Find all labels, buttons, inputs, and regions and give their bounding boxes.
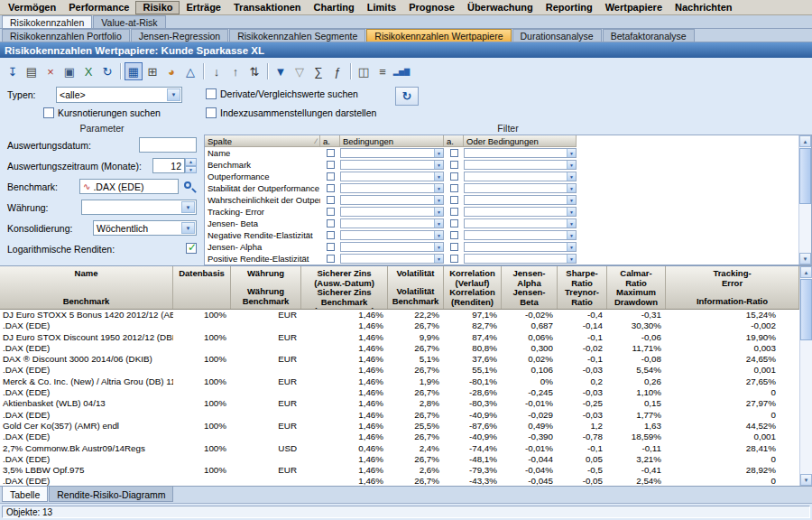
filter-and-checkbox[interactable] [327, 196, 335, 204]
column-header-sicherer-zins[interactable]: Sicherer Zins(Ausw.-Datum)Sicherer Zins … [301, 266, 388, 309]
filter-condition-dropdown[interactable] [340, 183, 444, 193]
function-icon[interactable]: ƒ [328, 62, 346, 80]
waehrung-dropdown[interactable] [81, 200, 197, 215]
column-header-volatilitaet[interactable]: VolatilitätVolatilitätBenchmark [388, 266, 444, 309]
chevron-down-icon[interactable] [434, 255, 443, 263]
filter-or-checkbox[interactable] [450, 208, 458, 216]
menu-item-risiko[interactable]: Risiko [135, 1, 180, 14]
chevron-down-icon[interactable] [434, 161, 443, 169]
scroll-thumb[interactable] [800, 279, 812, 340]
menu-item-limits[interactable]: Limits [361, 1, 402, 14]
line-chart-icon[interactable]: △ [181, 62, 199, 80]
chevron-down-icon[interactable] [434, 208, 443, 216]
delete-icon[interactable]: × [42, 62, 60, 80]
tab-risikokennzahlen-portfolio[interactable]: Risikokennzahlen Portfolio [2, 29, 130, 42]
export-icon[interactable]: ↧ [4, 62, 22, 80]
security-row[interactable]: 3,5% LBBW Opf.975100%EUR1,46%2,6%-79,3%-… [0, 465, 799, 476]
filter-or-checkbox[interactable] [450, 161, 458, 169]
benchmark-row[interactable]: .DAX (EDE)1,46%26,7%-40,9%-0,390-0,7818,… [0, 432, 799, 442]
filter-or-condition-dropdown[interactable] [464, 207, 577, 217]
tab-durationsanalyse[interactable]: Durationsanalyse [512, 29, 602, 42]
menu-item-prognose[interactable]: Prognose [402, 1, 461, 14]
tab-jensen-regression[interactable]: Jensen-Regression [131, 29, 228, 42]
security-row[interactable]: DJ Euro STOXX 5 Bonus 1420 2012/12 (ABN)… [0, 310, 799, 320]
tab-risikokennzahlen[interactable]: Risikokennzahlen [2, 15, 92, 28]
filter-or-condition-dropdown[interactable] [464, 172, 577, 181]
security-row[interactable]: Gold Cer Ko(357) (AMR) endl100%EUR1,46%2… [0, 421, 799, 432]
column-header-sharpe[interactable]: Sharpe-RatioTreynor-Ratio [558, 266, 607, 309]
filter-icon[interactable]: ▼ [272, 62, 290, 80]
filter-condition-dropdown[interactable] [340, 195, 444, 205]
refresh-button[interactable] [395, 87, 419, 106]
benchmark-row[interactable]: .DAX (EDE)1,46%26,7%80,8%0,300-0,0211,71… [0, 343, 799, 354]
security-row[interactable]: Merck & Co. Inc. (New) / Altria Grou (DB… [0, 376, 799, 387]
filter-or-checkbox[interactable] [450, 196, 458, 204]
menu-item-wertpapiere[interactable]: Wertpapiere [599, 1, 669, 14]
column-header-korrelation[interactable]: Korrelation(Verlauf)Korrelation(Renditen… [444, 266, 502, 309]
derivate-checkbox[interactable]: Derivate/Vergleichswerte suchen [206, 88, 358, 99]
sort-multi-icon[interactable]: ⇅ [245, 62, 263, 80]
benchmark-row[interactable]: .DAX (EDE)1,46%26,7%82,7%0,687-0,1430,30… [0, 320, 799, 331]
tab-risikokennzahlen-segmente[interactable]: Risikokennzahlen Segmente [229, 29, 365, 42]
security-row[interactable]: Aktienbasket (WLB) 04/13100%EUR1,46%2,8%… [0, 398, 799, 409]
stepper-down-icon[interactable] [185, 166, 197, 174]
filter-or-checkbox[interactable] [450, 149, 458, 157]
benchmark-row[interactable]: .DAX (EDE)1,46%26,7%-40,9%-0,029-0,031,7… [0, 410, 799, 421]
chevron-down-icon[interactable] [434, 149, 443, 157]
security-row[interactable]: 2,7% Commonw.Bk Austr09/14Regs100%USD0,4… [0, 443, 799, 454]
sort-descending-icon[interactable]: ↑ [226, 62, 245, 80]
menu-item-charting[interactable]: Charting [308, 1, 361, 14]
filter-or-condition-dropdown[interactable] [464, 195, 577, 205]
table-view-icon[interactable]: ▦ [125, 62, 143, 80]
log-renditen-checkbox[interactable] [186, 243, 197, 254]
filter-or-condition-dropdown[interactable] [464, 230, 577, 240]
scroll-up-button[interactable] [799, 135, 811, 147]
chevron-down-icon[interactable] [567, 231, 576, 239]
chevron-down-icon[interactable] [181, 222, 195, 234]
sum-icon[interactable]: ∑ [309, 62, 328, 80]
index-checkbox[interactable]: Indexzusammenstellungen darstellen [206, 107, 376, 118]
filter-or-checkbox[interactable] [450, 243, 458, 251]
sort-ascending-icon[interactable]: ↓ [208, 62, 226, 80]
menu-item-reporting[interactable]: Reporting [540, 1, 599, 14]
scroll-thumb[interactable] [799, 148, 811, 204]
tab-value-at-risk[interactable]: Value-at-Risk [93, 15, 165, 28]
chevron-down-icon[interactable] [434, 184, 443, 192]
chevron-down-icon[interactable] [181, 201, 195, 213]
filter-clear-icon[interactable]: ▽ [291, 62, 309, 80]
filter-condition-dropdown[interactable] [340, 254, 444, 264]
filter-or-checkbox[interactable] [450, 184, 458, 192]
filter-or-condition-dropdown[interactable] [464, 242, 577, 252]
menu-item-transaktionen[interactable]: Transaktionen [227, 1, 308, 14]
copy-icon[interactable]: ▣ [60, 62, 78, 80]
column-header-calmar[interactable]: Calmar-RatioMaximumDrawdown [607, 266, 666, 309]
menu-item-performance[interactable]: Performance [62, 1, 135, 14]
column-header-tracking[interactable]: Tracking-ErrorInformation-Ratio [666, 266, 799, 309]
filter-condition-dropdown[interactable] [340, 172, 444, 181]
column-header-datenbasis[interactable]: Datenbasis [173, 266, 231, 309]
excel-export-icon[interactable]: X [79, 62, 97, 80]
grid-view-icon[interactable]: ⊞ [143, 62, 161, 80]
scroll-down-button[interactable] [799, 253, 811, 265]
scroll-track[interactable] [799, 147, 811, 253]
chevron-down-icon[interactable] [567, 184, 576, 192]
filter-or-checkbox[interactable] [450, 255, 458, 263]
chevron-down-icon[interactable] [567, 255, 576, 263]
columns-icon[interactable]: ◫ [355, 62, 373, 80]
scroll-track[interactable] [800, 278, 812, 474]
filter-or-checkbox[interactable] [450, 219, 458, 228]
filter-and-checkbox[interactable] [327, 149, 335, 157]
menu-item-verm-gen[interactable]: Vermögen [2, 1, 62, 14]
print-icon[interactable]: ▤ [23, 62, 41, 80]
chevron-down-icon[interactable] [434, 196, 443, 204]
chevron-down-icon[interactable] [567, 243, 576, 251]
chevron-down-icon[interactable] [567, 161, 576, 169]
typen-dropdown[interactable]: <alle> [56, 87, 182, 103]
menu-item-berwachung[interactable]: Überwachung [461, 1, 540, 14]
chevron-down-icon[interactable] [567, 219, 576, 228]
filter-or-checkbox[interactable] [450, 231, 458, 239]
chevron-down-icon[interactable] [567, 172, 576, 181]
chevron-down-icon[interactable] [167, 88, 180, 101]
column-header-waehrung[interactable]: WährungWährungBenchmark [231, 266, 301, 309]
filter-and-checkbox[interactable] [327, 219, 335, 228]
